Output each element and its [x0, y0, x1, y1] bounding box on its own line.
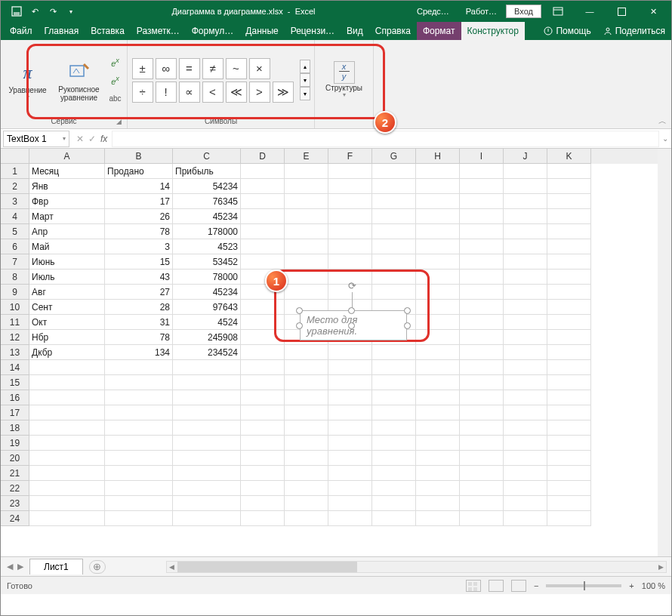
row-header-5[interactable]: 5 [1, 224, 29, 239]
tab-home[interactable]: Главная [39, 22, 85, 40]
cell[interactable] [328, 345, 372, 360]
cell[interactable] [504, 405, 547, 420]
sel-handle[interactable] [348, 307, 355, 314]
cell[interactable]: Май [29, 239, 105, 254]
row-header-16[interactable]: 16 [1, 390, 29, 405]
symbol-∞[interactable]: ∞ [156, 58, 177, 79]
cell[interactable] [416, 300, 460, 315]
cell[interactable] [372, 451, 416, 466]
row-header-19[interactable]: 19 [1, 436, 29, 451]
cell[interactable] [372, 496, 416, 511]
sheet-nav-next-icon[interactable]: ▶ [17, 562, 23, 571]
cell[interactable]: Сент [29, 300, 105, 315]
cell[interactable] [328, 360, 372, 375]
cell[interactable] [372, 390, 416, 405]
cell[interactable] [416, 239, 460, 254]
sheet-nav-prev-icon[interactable]: ◀ [7, 562, 13, 571]
tab-format[interactable]: Формат [417, 22, 461, 40]
cell[interactable] [547, 285, 591, 300]
cell[interactable] [372, 179, 416, 194]
cell[interactable] [416, 496, 460, 511]
cell[interactable]: 245908 [173, 330, 241, 345]
cell[interactable]: Янв [29, 179, 105, 194]
cell[interactable]: 4524 [173, 315, 241, 330]
cell[interactable] [372, 209, 416, 224]
cell[interactable] [328, 390, 372, 405]
cell[interactable] [328, 405, 372, 420]
row-header-23[interactable]: 23 [1, 496, 29, 511]
collapse-ribbon-icon[interactable]: ︿ [658, 116, 667, 127]
cell[interactable] [416, 481, 460, 496]
col-header-F[interactable]: F [328, 149, 372, 164]
cell[interactable] [416, 285, 460, 300]
cell[interactable]: Фвр [29, 194, 105, 209]
cell[interactable] [547, 209, 591, 224]
cell[interactable] [416, 390, 460, 405]
symbol-more-icon[interactable]: ▾ [300, 87, 310, 100]
cell[interactable] [328, 466, 372, 481]
cell[interactable]: Апр [29, 224, 105, 239]
symbol-×[interactable]: × [249, 58, 270, 79]
cell[interactable] [173, 451, 241, 466]
tab-review[interactable]: Рецензи… [285, 22, 341, 40]
cell[interactable] [29, 496, 105, 511]
cell[interactable] [173, 375, 241, 390]
cell[interactable] [29, 451, 105, 466]
cell[interactable] [173, 405, 241, 420]
cell[interactable] [173, 466, 241, 481]
cell[interactable] [29, 466, 105, 481]
cell[interactable] [241, 420, 285, 436]
cell[interactable] [504, 390, 547, 405]
cell[interactable] [372, 360, 416, 375]
cell[interactable] [372, 511, 416, 526]
cell[interactable] [504, 360, 547, 375]
cell[interactable]: 53452 [173, 254, 241, 270]
cell[interactable] [241, 360, 285, 375]
cell[interactable]: Месяц [29, 164, 105, 179]
row-header-2[interactable]: 2 [1, 179, 29, 194]
cell[interactable] [504, 179, 547, 194]
sheet-tab-1[interactable]: Лист1 [29, 559, 83, 574]
cell[interactable] [547, 164, 591, 179]
cell[interactable] [328, 194, 372, 209]
cell[interactable] [29, 390, 105, 405]
cell[interactable]: 178000 [173, 224, 241, 239]
col-header-C[interactable]: C [173, 149, 241, 164]
cell[interactable] [547, 405, 591, 420]
cell[interactable] [285, 209, 328, 224]
cell[interactable] [460, 360, 504, 375]
cell[interactable] [328, 420, 372, 436]
cell[interactable] [285, 194, 328, 209]
cell[interactable] [547, 315, 591, 330]
cell[interactable] [504, 315, 547, 330]
cell[interactable] [416, 511, 460, 526]
cell[interactable] [372, 405, 416, 420]
vertical-scrollbar[interactable] [658, 149, 671, 556]
cell[interactable] [460, 466, 504, 481]
cell[interactable]: 134 [105, 345, 173, 360]
cell[interactable] [241, 330, 285, 345]
cell[interactable] [105, 481, 173, 496]
cell[interactable] [460, 390, 504, 405]
cell[interactable] [416, 270, 460, 285]
symbol-≠[interactable]: ≠ [202, 58, 223, 79]
cell[interactable] [504, 451, 547, 466]
cell[interactable] [547, 239, 591, 254]
symbol-scroll-up-icon[interactable]: ▴ [300, 60, 310, 73]
col-header-A[interactable]: A [29, 149, 105, 164]
cell[interactable] [241, 436, 285, 451]
enter-formula-icon[interactable]: ✓ [88, 134, 96, 144]
cell[interactable] [285, 375, 328, 390]
cell[interactable]: Июнь [29, 254, 105, 270]
cell[interactable] [460, 254, 504, 270]
cell[interactable] [460, 436, 504, 451]
cell[interactable] [241, 300, 285, 315]
cell[interactable] [241, 375, 285, 390]
row-header-21[interactable]: 21 [1, 466, 29, 481]
cell[interactable] [285, 360, 328, 375]
minimize-icon[interactable]: — [575, 2, 605, 21]
rotate-handle-icon[interactable]: ⟳ [345, 279, 359, 292]
cell[interactable] [416, 315, 460, 330]
cell[interactable] [241, 179, 285, 194]
row-header-13[interactable]: 13 [1, 345, 29, 360]
